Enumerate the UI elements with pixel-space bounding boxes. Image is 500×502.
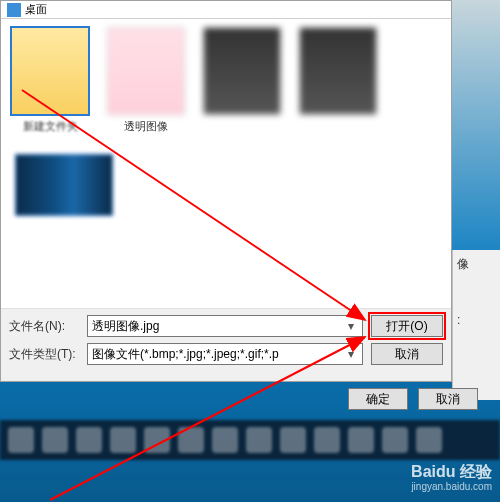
- taskbar-icon[interactable]: [76, 427, 102, 453]
- watermark-url: jingyan.baidu.com: [411, 481, 492, 493]
- cancel-button-label: 取消: [395, 346, 419, 363]
- taskbar-icon[interactable]: [212, 427, 238, 453]
- filename-combo[interactable]: 透明图像.jpg ▾: [87, 315, 363, 337]
- taskbar-icon[interactable]: [110, 427, 136, 453]
- file-item[interactable]: [297, 27, 379, 134]
- file-item-panorama[interactable]: [9, 154, 119, 220]
- taskbar-icon[interactable]: [348, 427, 374, 453]
- ok-button-label: 确定: [366, 391, 390, 408]
- folder-thumbnail: [11, 27, 89, 115]
- cancel-button-label: 取消: [436, 391, 460, 408]
- filetype-value: 图像文件(*.bmp;*.jpg;*.jpeg;*.gif;*.p: [92, 346, 279, 363]
- filename-label: 文件名(N):: [9, 318, 79, 335]
- file-item[interactable]: [201, 27, 283, 134]
- breadcrumb[interactable]: 桌面: [1, 1, 451, 19]
- file-label: 新建文件夹: [9, 119, 91, 134]
- image-thumbnail: [107, 27, 185, 115]
- cropped-label: :: [457, 313, 496, 327]
- filetype-label: 文件类型(T):: [9, 346, 79, 363]
- file-list-area[interactable]: 新建文件夹 透明图像: [1, 19, 451, 308]
- file-open-dialog: 桌面 新建文件夹 透明图像: [0, 0, 452, 382]
- folder-icon: [7, 3, 21, 17]
- taskbar-icon[interactable]: [8, 427, 34, 453]
- taskbar-icon[interactable]: [314, 427, 340, 453]
- filename-value: 透明图像.jpg: [92, 318, 159, 335]
- taskbar-icon[interactable]: [416, 427, 442, 453]
- open-button-label: 打开(O): [386, 318, 427, 335]
- taskbar-icon[interactable]: [178, 427, 204, 453]
- open-button[interactable]: 打开(O): [371, 315, 443, 337]
- file-item-transparent[interactable]: 透明图像: [105, 27, 187, 134]
- underlying-dialog-buttons: 确定 取消: [348, 388, 478, 410]
- taskbar-icon[interactable]: [42, 427, 68, 453]
- chevron-down-icon[interactable]: ▾: [344, 319, 358, 333]
- image-thumbnail: [299, 27, 377, 115]
- watermark: Baidu 经验 jingyan.baidu.com: [411, 462, 492, 493]
- taskbar-icon[interactable]: [144, 427, 170, 453]
- taskbar[interactable]: [0, 420, 500, 460]
- filetype-combo[interactable]: 图像文件(*.bmp;*.jpg;*.jpeg;*.gif;*.p ▾: [87, 343, 363, 365]
- dialog-bottom-panel: 文件名(N): 透明图像.jpg ▾ 打开(O) 文件类型(T): 图像文件(*…: [1, 308, 451, 381]
- taskbar-icon[interactable]: [246, 427, 272, 453]
- cancel-button[interactable]: 取消: [371, 343, 443, 365]
- file-label: 透明图像: [105, 119, 187, 134]
- taskbar-icon[interactable]: [382, 427, 408, 453]
- image-thumbnail: [15, 154, 113, 216]
- taskbar-icon[interactable]: [280, 427, 306, 453]
- file-item-folder[interactable]: 新建文件夹: [9, 27, 91, 134]
- image-thumbnail: [203, 27, 281, 115]
- chevron-down-icon[interactable]: ▾: [344, 347, 358, 361]
- breadcrumb-text: 桌面: [25, 2, 47, 17]
- watermark-brand: Baidu 经验: [411, 462, 492, 481]
- underlying-dialog-slice: 像 :: [452, 250, 500, 400]
- ok-button[interactable]: 确定: [348, 388, 408, 410]
- cancel-button[interactable]: 取消: [418, 388, 478, 410]
- cropped-label: 像: [457, 256, 496, 273]
